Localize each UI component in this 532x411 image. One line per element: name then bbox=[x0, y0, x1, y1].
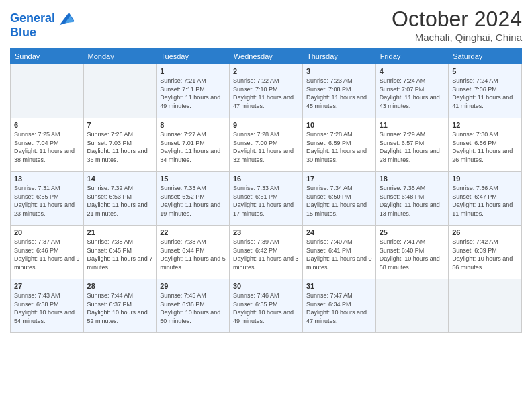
calendar-week-row: 20Sunrise: 7:37 AM Sunset: 6:46 PM Dayli… bbox=[11, 226, 522, 279]
day-info: Sunrise: 7:22 AM Sunset: 7:10 PM Dayligh… bbox=[233, 77, 299, 110]
calendar-cell bbox=[11, 64, 84, 118]
day-info: Sunrise: 7:26 AM Sunset: 7:03 PM Dayligh… bbox=[87, 130, 153, 164]
day-info: Sunrise: 7:23 AM Sunset: 7:08 PM Dayligh… bbox=[306, 77, 372, 110]
day-info: Sunrise: 7:33 AM Sunset: 6:52 PM Dayligh… bbox=[160, 184, 226, 218]
day-number: 27 bbox=[14, 282, 80, 290]
header-thursday: Thursday bbox=[302, 49, 375, 64]
day-number: 20 bbox=[14, 228, 80, 236]
day-info: Sunrise: 7:41 AM Sunset: 6:40 PM Dayligh… bbox=[380, 238, 445, 271]
main-title: October 2024 bbox=[392, 7, 522, 32]
calendar-week-row: 6Sunrise: 7:25 AM Sunset: 7:04 PM Daylig… bbox=[11, 118, 522, 172]
calendar-cell: 25Sunrise: 7:41 AM Sunset: 6:40 PM Dayli… bbox=[375, 226, 448, 279]
day-number: 15 bbox=[160, 175, 226, 183]
calendar-cell: 29Sunrise: 7:45 AM Sunset: 6:36 PM Dayli… bbox=[157, 279, 230, 333]
calendar-cell: 14Sunrise: 7:32 AM Sunset: 6:53 PM Dayli… bbox=[83, 172, 157, 226]
day-number: 5 bbox=[452, 67, 518, 75]
calendar-week-row: 13Sunrise: 7:31 AM Sunset: 6:55 PM Dayli… bbox=[11, 172, 522, 226]
day-info: Sunrise: 7:28 AM Sunset: 6:59 PM Dayligh… bbox=[306, 130, 372, 164]
day-number: 31 bbox=[306, 282, 372, 290]
day-info: Sunrise: 7:36 AM Sunset: 6:47 PM Dayligh… bbox=[452, 184, 518, 218]
calendar-cell: 10Sunrise: 7:28 AM Sunset: 6:59 PM Dayli… bbox=[302, 118, 375, 172]
header-saturday: Saturday bbox=[449, 49, 522, 64]
calendar-header-row: Sunday Monday Tuesday Wednesday Thursday… bbox=[11, 49, 522, 64]
title-block: October 2024 Machali, Qinghai, China bbox=[392, 7, 522, 43]
day-number: 26 bbox=[452, 228, 518, 236]
day-number: 25 bbox=[380, 228, 445, 236]
calendar-cell bbox=[449, 279, 522, 333]
day-info: Sunrise: 7:25 AM Sunset: 7:04 PM Dayligh… bbox=[14, 130, 80, 164]
calendar-cell: 20Sunrise: 7:37 AM Sunset: 6:46 PM Dayli… bbox=[11, 226, 84, 279]
calendar-cell: 30Sunrise: 7:46 AM Sunset: 6:35 PM Dayli… bbox=[229, 279, 302, 333]
day-info: Sunrise: 7:24 AM Sunset: 7:07 PM Dayligh… bbox=[380, 77, 445, 110]
day-info: Sunrise: 7:32 AM Sunset: 6:53 PM Dayligh… bbox=[87, 184, 153, 218]
calendar-cell: 24Sunrise: 7:40 AM Sunset: 6:41 PM Dayli… bbox=[302, 226, 375, 279]
calendar-cell: 17Sunrise: 7:34 AM Sunset: 6:50 PM Dayli… bbox=[302, 172, 375, 226]
calendar-cell: 22Sunrise: 7:38 AM Sunset: 6:44 PM Dayli… bbox=[157, 226, 230, 279]
day-info: Sunrise: 7:29 AM Sunset: 6:57 PM Dayligh… bbox=[380, 130, 445, 164]
day-info: Sunrise: 7:38 AM Sunset: 6:45 PM Dayligh… bbox=[87, 238, 153, 271]
day-info: Sunrise: 7:40 AM Sunset: 6:41 PM Dayligh… bbox=[306, 238, 372, 271]
day-number: 23 bbox=[233, 228, 299, 236]
day-number: 10 bbox=[306, 121, 372, 129]
calendar-cell: 21Sunrise: 7:38 AM Sunset: 6:45 PM Dayli… bbox=[83, 226, 157, 279]
calendar-cell: 7Sunrise: 7:26 AM Sunset: 7:03 PM Daylig… bbox=[83, 118, 157, 172]
calendar-cell: 28Sunrise: 7:44 AM Sunset: 6:37 PM Dayli… bbox=[83, 279, 157, 333]
day-number: 11 bbox=[380, 121, 445, 129]
day-info: Sunrise: 7:24 AM Sunset: 7:06 PM Dayligh… bbox=[452, 77, 518, 110]
day-info: Sunrise: 7:35 AM Sunset: 6:48 PM Dayligh… bbox=[380, 184, 445, 218]
day-number: 30 bbox=[233, 282, 299, 290]
calendar-cell: 23Sunrise: 7:39 AM Sunset: 6:42 PM Dayli… bbox=[229, 226, 302, 279]
day-number: 29 bbox=[160, 282, 226, 290]
day-number: 2 bbox=[233, 67, 299, 75]
day-number: 9 bbox=[233, 121, 299, 129]
day-info: Sunrise: 7:21 AM Sunset: 7:11 PM Dayligh… bbox=[160, 77, 226, 110]
calendar-cell: 19Sunrise: 7:36 AM Sunset: 6:47 PM Dayli… bbox=[449, 172, 522, 226]
day-info: Sunrise: 7:47 AM Sunset: 6:34 PM Dayligh… bbox=[306, 291, 372, 325]
day-info: Sunrise: 7:34 AM Sunset: 6:50 PM Dayligh… bbox=[306, 184, 372, 218]
calendar-cell: 13Sunrise: 7:31 AM Sunset: 6:55 PM Dayli… bbox=[11, 172, 84, 226]
day-info: Sunrise: 7:42 AM Sunset: 6:39 PM Dayligh… bbox=[452, 238, 518, 271]
day-info: Sunrise: 7:33 AM Sunset: 6:51 PM Dayligh… bbox=[233, 184, 299, 218]
calendar-cell: 6Sunrise: 7:25 AM Sunset: 7:04 PM Daylig… bbox=[11, 118, 84, 172]
day-number: 1 bbox=[160, 67, 226, 75]
day-info: Sunrise: 7:46 AM Sunset: 6:35 PM Dayligh… bbox=[233, 291, 299, 325]
calendar-cell: 31Sunrise: 7:47 AM Sunset: 6:34 PM Dayli… bbox=[302, 279, 375, 333]
calendar-week-row: 27Sunrise: 7:43 AM Sunset: 6:38 PM Dayli… bbox=[11, 279, 522, 333]
calendar-cell: 26Sunrise: 7:42 AM Sunset: 6:39 PM Dayli… bbox=[449, 226, 522, 279]
calendar-cell: 27Sunrise: 7:43 AM Sunset: 6:38 PM Dayli… bbox=[11, 279, 84, 333]
day-number: 19 bbox=[452, 175, 518, 183]
header: General Blue October 2024 Machali, Qingh… bbox=[10, 7, 522, 43]
day-info: Sunrise: 7:39 AM Sunset: 6:42 PM Dayligh… bbox=[233, 238, 299, 271]
header-sunday: Sunday bbox=[11, 49, 84, 64]
header-tuesday: Tuesday bbox=[157, 49, 230, 64]
day-number: 18 bbox=[380, 175, 445, 183]
logo: General Blue bbox=[10, 9, 75, 40]
calendar-cell: 1Sunrise: 7:21 AM Sunset: 7:11 PM Daylig… bbox=[157, 64, 230, 118]
calendar-cell: 16Sunrise: 7:33 AM Sunset: 6:51 PM Dayli… bbox=[229, 172, 302, 226]
calendar-cell: 5Sunrise: 7:24 AM Sunset: 7:06 PM Daylig… bbox=[449, 64, 522, 118]
day-info: Sunrise: 7:27 AM Sunset: 7:01 PM Dayligh… bbox=[160, 130, 226, 164]
day-number: 8 bbox=[160, 121, 226, 129]
day-number: 16 bbox=[233, 175, 299, 183]
day-number: 13 bbox=[14, 175, 80, 183]
day-number: 21 bbox=[87, 228, 153, 236]
calendar-table: Sunday Monday Tuesday Wednesday Thursday… bbox=[10, 48, 522, 333]
header-wednesday: Wednesday bbox=[229, 49, 302, 64]
calendar-cell: 12Sunrise: 7:30 AM Sunset: 6:56 PM Dayli… bbox=[449, 118, 522, 172]
calendar-cell: 9Sunrise: 7:28 AM Sunset: 7:00 PM Daylig… bbox=[229, 118, 302, 172]
calendar-week-row: 1Sunrise: 7:21 AM Sunset: 7:11 PM Daylig… bbox=[11, 64, 522, 118]
logo-text: General bbox=[10, 12, 55, 26]
calendar-cell bbox=[83, 64, 157, 118]
day-info: Sunrise: 7:28 AM Sunset: 7:00 PM Dayligh… bbox=[233, 130, 299, 164]
subtitle: Machali, Qinghai, China bbox=[392, 32, 522, 43]
calendar-cell: 15Sunrise: 7:33 AM Sunset: 6:52 PM Dayli… bbox=[157, 172, 230, 226]
day-number: 14 bbox=[87, 175, 153, 183]
page: General Blue October 2024 Machali, Qingh… bbox=[0, 0, 532, 411]
calendar-cell: 8Sunrise: 7:27 AM Sunset: 7:01 PM Daylig… bbox=[157, 118, 230, 172]
day-number: 4 bbox=[380, 67, 445, 75]
header-friday: Friday bbox=[375, 49, 448, 64]
calendar-cell: 18Sunrise: 7:35 AM Sunset: 6:48 PM Dayli… bbox=[375, 172, 448, 226]
day-number: 22 bbox=[160, 228, 226, 236]
calendar-cell: 2Sunrise: 7:22 AM Sunset: 7:10 PM Daylig… bbox=[229, 64, 302, 118]
day-info: Sunrise: 7:45 AM Sunset: 6:36 PM Dayligh… bbox=[160, 291, 226, 325]
